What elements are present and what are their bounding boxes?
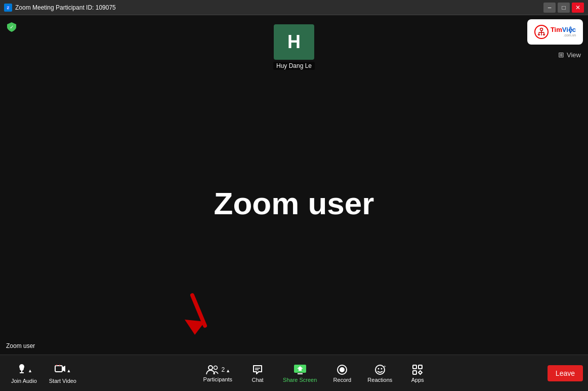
svg-rect-32 [413,371,416,374]
toolbar-right: Leave [548,365,583,381]
reactions-button[interactable]: + Reactions [361,362,398,385]
main-content: ✓ H Huy Dang Le [0,15,588,391]
svg-point-18 [214,366,217,369]
title-bar: Z Zoom Meeting Participant ID: 109075 – … [0,0,588,15]
timviec-anchor-icon [534,25,549,39]
start-video-label: Start Video [49,378,76,384]
reactions-icon: + [374,364,386,376]
record-button[interactable]: Record [327,362,357,385]
window-title: Zoom Meeting Participant ID: 109075 [15,4,116,11]
share-screen-icon [293,364,307,376]
minimize-button[interactable]: – [543,3,556,13]
participants-label: Participants [203,376,232,382]
leave-button[interactable]: Leave [548,365,583,381]
view-label: View [567,51,581,59]
red-arrow [177,290,213,338]
view-icon: ⊞ [558,51,564,59]
maximize-button[interactable]: □ [558,3,570,13]
svg-point-25 [340,367,345,372]
svg-text:+: + [384,364,386,369]
chat-label: Chat [251,377,263,383]
apps-button[interactable]: Apps [402,362,433,385]
participants-count: 2 [222,366,225,373]
svg-marker-9 [185,320,205,335]
close-button[interactable]: ✕ [572,3,584,13]
apps-icon [411,364,424,376]
window-controls: – □ ✕ [543,3,584,13]
share-screen-label: Share Screen [283,377,317,383]
participant-thumbnail: H Huy Dang Le [273,24,315,70]
bottom-toolbar: ▲ Join Audio ▲ St [0,355,588,391]
record-label: Record [333,377,351,383]
timviec-domain: .com.vn [551,33,576,37]
current-user-label: Zoom user [6,342,35,349]
main-display-text: Zoom user [214,185,374,221]
record-icon [336,364,348,376]
svg-text:Z: Z [7,6,10,10]
chat-icon [251,364,264,376]
shield-badge: ✓ [6,21,17,34]
svg-text:✓: ✓ [10,24,14,30]
chat-button[interactable]: Chat [242,362,273,385]
svg-point-17 [208,366,213,370]
participants-arrow[interactable]: ▲ [226,366,230,373]
title-bar-left: Z Zoom Meeting Participant ID: 109075 [4,4,116,12]
apps-label: Apps [411,377,424,383]
share-screen-button[interactable]: Share Screen [277,362,323,385]
participant-avatar: H [274,24,314,60]
svg-point-28 [381,368,382,369]
view-button[interactable]: ⊞ View [551,47,588,63]
svg-point-27 [377,368,379,369]
svg-rect-31 [418,365,422,369]
join-audio-button[interactable]: ▲ Join Audio [5,361,43,386]
timviec-viec: Việc [562,26,576,33]
toolbar-left: ▲ Join Audio ▲ St [5,361,82,386]
join-audio-label: Join Audio [11,378,37,384]
reactions-label: Reactions [367,377,392,383]
start-video-arrow[interactable]: ▲ [66,366,71,373]
join-audio-arrow[interactable]: ▲ [28,366,32,373]
svg-rect-30 [413,365,416,369]
toolbar-center: 2 ▲ Participants Chat [82,362,548,385]
participant-name: Huy Dang Le [273,62,315,70]
svg-rect-13 [55,366,62,372]
start-video-button[interactable]: ▲ Start Video [43,361,82,386]
participants-button[interactable]: 2 ▲ Participants [197,362,238,385]
app-icon: Z [4,4,12,12]
timviec-tim: Tim [551,26,562,33]
svg-point-3 [540,28,542,31]
timviec-logo: Tim Việc .com.vn [527,19,583,45]
